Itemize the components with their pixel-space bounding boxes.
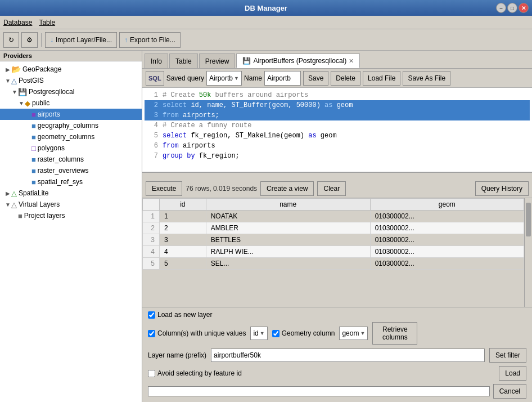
results-scroll[interactable]: id name geom 1 1 NOATAK 010300002... 2 2… (142, 198, 524, 307)
virtual-layers-icon: △ (11, 200, 17, 209)
postgis-toggle[interactable]: ▼ (4, 78, 11, 84)
tab-close-airportbuffers[interactable]: ✕ (349, 57, 354, 65)
save-query-button[interactable]: Save (303, 71, 328, 86)
clear-button[interactable]: Clear (317, 181, 346, 196)
tree-item-raster-overviews[interactable]: ■ raster_overviews (0, 165, 142, 176)
tab-info[interactable]: Info (145, 53, 168, 68)
code-line-1: 1 # Create 50k buffers around airports (145, 90, 530, 100)
action-button[interactable]: ⚙ (21, 32, 38, 48)
minimize-button[interactable]: – (496, 3, 506, 13)
avoid-selecting-checkbox[interactable] (148, 370, 155, 377)
tree-item-airports[interactable]: ■ airports (0, 109, 142, 120)
tree-item-geometry-columns[interactable]: ■ geometry_columns (0, 131, 142, 142)
menu-database[interactable]: Database (3, 19, 32, 26)
main-layout: Providers ▶ 📂 GeoPackage ▼ △ PostGIS ▼ (0, 51, 532, 402)
tree-item-postgis[interactable]: ▼ △ PostGIS (0, 75, 142, 86)
layer-name-label: Layer name (prefix) (148, 351, 206, 359)
spatialite-toggle[interactable]: ▶ (4, 190, 11, 196)
tree-item-public[interactable]: ▼ ◆ public (0, 97, 142, 109)
action-icon: ⚙ (26, 36, 33, 44)
cancel-button[interactable]: Cancel (493, 384, 526, 399)
table-row: 1 1 NOATAK 010300002... (143, 211, 524, 222)
set-filter-button[interactable]: Set filter (489, 348, 526, 363)
geopackage-toggle[interactable]: ▶ (4, 66, 11, 73)
unique-values-dropdown[interactable]: id ▼ (250, 327, 267, 340)
close-button[interactable]: ✕ (519, 3, 529, 13)
cell-geom: 010300002... (370, 211, 524, 222)
results-scrollbar[interactable] (524, 198, 532, 307)
progress-row: Cancel (148, 384, 526, 399)
save-as-file-button[interactable]: Save As File (403, 71, 450, 86)
import-button[interactable]: ↓ Import Layer/File... (45, 32, 117, 48)
unique-values-checkbox-label[interactable]: Column(s) with unique values (148, 329, 246, 337)
avoid-selecting-checkbox-label[interactable]: Avoid selecting by feature id (148, 369, 242, 377)
layer-name-input[interactable] (211, 349, 485, 362)
load-file-button[interactable]: Load File (363, 71, 400, 86)
row-num: 4 (143, 246, 160, 258)
col-geom[interactable]: geom (370, 199, 524, 211)
code-line-2: 2 select id, name, ST_Buffer(geom, 50000… (145, 100, 530, 110)
load-as-new-layer-checkbox-label[interactable]: Load as new layer (148, 311, 212, 319)
load-as-new-layer-row: Load as new layer (148, 311, 526, 319)
menu-table[interactable]: Table (39, 19, 55, 26)
geometry-column-checkbox-label[interactable]: Geometry column (272, 329, 335, 337)
export-icon: ↑ (124, 36, 128, 44)
col-name[interactable]: name (206, 199, 370, 211)
create-view-button[interactable]: Create a view (260, 181, 314, 196)
tree-item-spatialite[interactable]: ▶ △ SpatiaLite (0, 187, 142, 199)
load-as-new-layer-checkbox[interactable] (148, 311, 155, 319)
tree-item-geopackage[interactable]: ▶ 📂 GeoPackage (0, 64, 142, 75)
avoid-selecting-row: Avoid selecting by feature id Load (148, 366, 526, 381)
public-toggle[interactable]: ▼ (18, 100, 25, 106)
tree-item-geography-columns[interactable]: ■ geography_columns (0, 120, 142, 131)
query-history-button[interactable]: Query History (475, 181, 529, 196)
scrollbar-thumb[interactable] (526, 203, 531, 236)
tab-preview[interactable]: Preview (199, 53, 236, 68)
row-num: 3 (143, 234, 160, 246)
geometry-columns-icon: ■ (31, 133, 36, 141)
virtual-layers-toggle[interactable]: ▼ (4, 202, 11, 208)
tab-airportbuffers[interactable]: 💾 AirportBuffers (Postgresqllocal) ✕ (236, 53, 360, 68)
row-num: 5 (143, 258, 160, 270)
providers-header: Providers (0, 51, 142, 61)
code-editor-scrollbar[interactable] (142, 172, 532, 179)
refresh-icon: ↻ (8, 36, 14, 44)
tree-item-project-layers[interactable]: ■ Project layers (0, 210, 142, 221)
row-num: 1 (143, 211, 160, 222)
table-row: 5 5 SEL... 010300002... (143, 258, 524, 270)
tree-item-spatial-ref-sys[interactable]: ■ spatial_ref_sys (0, 176, 142, 187)
delete-query-button[interactable]: Delete (331, 71, 360, 86)
table-row: 4 4 RALPH WIE... 010300002... (143, 246, 524, 258)
code-editor[interactable]: 1 # Create 50k buffers around airports 2… (142, 88, 532, 172)
layer-name-row: Layer name (prefix) Set filter (148, 348, 526, 363)
geometry-column-arrow-icon: ▼ (360, 330, 365, 336)
cell-geom: 010300002... (370, 234, 524, 246)
tree-item-polygons[interactable]: □ polygons (0, 142, 142, 154)
schema-icon: ◆ (25, 99, 30, 108)
toolbar-separator (41, 33, 42, 47)
export-button[interactable]: ↑ Export to File... (119, 32, 181, 48)
retrieve-columns-button[interactable]: Retrieve columns (372, 322, 417, 345)
saved-query-dropdown[interactable]: Airportb ▼ (206, 71, 242, 86)
tree-item-raster-columns[interactable]: ■ raster_columns (0, 154, 142, 165)
polygons-icon: □ (31, 144, 36, 153)
tab-table[interactable]: Table (169, 53, 198, 68)
name-label: Name (244, 74, 262, 82)
postgresqllocal-toggle[interactable]: ▼ (11, 89, 18, 95)
geometry-column-checkbox[interactable] (272, 330, 279, 337)
col-id[interactable]: id (160, 199, 206, 211)
query-name-input[interactable] (264, 71, 301, 86)
maximize-button[interactable]: □ (507, 3, 517, 13)
tree-item-virtual-layers[interactable]: ▼ △ Virtual Layers (0, 199, 142, 210)
tree-item-postgresqllocal[interactable]: ▼ 💾 Postgresqllocal (0, 86, 142, 97)
refresh-button[interactable]: ↻ (3, 32, 19, 48)
unique-values-checkbox[interactable] (148, 330, 155, 337)
app-title: DB Manager (245, 4, 287, 12)
geo-columns-icon: ■ (31, 122, 36, 130)
execute-button[interactable]: Execute (146, 181, 182, 196)
window-controls[interactable]: – □ ✕ (496, 3, 529, 13)
load-button[interactable]: Load (499, 366, 526, 381)
toolbar: ↻ ⚙ ↓ Import Layer/File... ↑ Export to F… (0, 29, 532, 51)
geopackage-icon: 📂 (11, 65, 21, 74)
geometry-column-dropdown[interactable]: geom ▼ (339, 327, 368, 340)
